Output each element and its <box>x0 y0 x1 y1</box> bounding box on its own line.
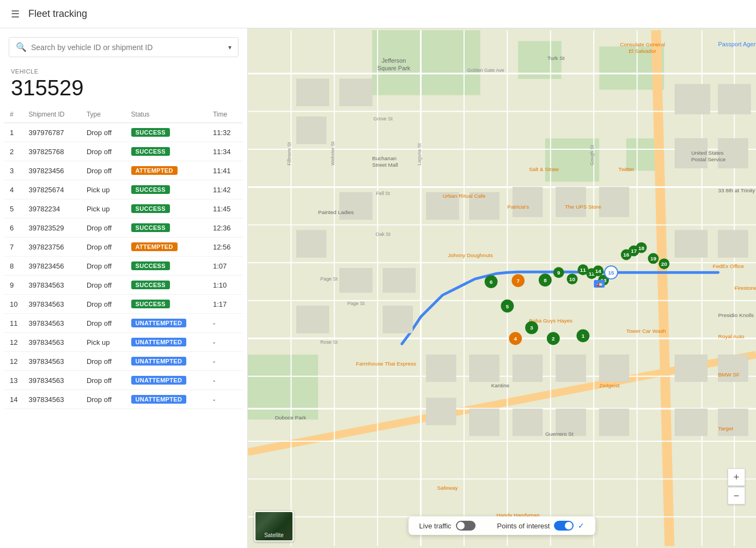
table-row[interactable]: 6 397823529 Drop off SUCCESS 12:36 <box>4 218 243 238</box>
map-background[interactable]: Jefferson Square Park Turk St Consulate … <box>248 28 756 548</box>
cell-status: SUCCESS <box>126 142 208 161</box>
table-row[interactable]: 2 397825768 Drop off SUCCESS 11:34 <box>4 142 243 161</box>
svg-rect-58 <box>513 409 542 436</box>
cell-shipment-id: 397823456 <box>23 257 81 276</box>
map-svg: Jefferson Square Park Turk St Consulate … <box>248 28 756 548</box>
svg-text:Square Park: Square Park <box>377 65 411 71</box>
svg-rect-32 <box>340 79 373 106</box>
cell-type: Drop off <box>81 295 126 314</box>
search-input[interactable] <box>31 43 224 52</box>
search-icon: 🔍 <box>16 42 27 52</box>
live-traffic-toggle[interactable] <box>456 521 475 531</box>
vehicle-section: VEHICLE 315529 <box>0 64 247 106</box>
table-row[interactable]: 3 397823456 Drop off ATTEMPTED 11:41 <box>4 161 243 180</box>
svg-text:1: 1 <box>582 333 585 339</box>
menu-icon[interactable]: ☰ <box>11 8 20 20</box>
svg-text:Buchanan: Buchanan <box>372 155 397 161</box>
map-bottom-controls: Live traffic Points of interest ✓ <box>409 516 596 535</box>
cell-type: Drop off <box>81 390 126 409</box>
status-badge: UNATTEMPTED <box>131 395 187 404</box>
status-badge: SUCCESS <box>131 300 170 308</box>
svg-text:Twitter: Twitter <box>618 166 635 172</box>
zoom-in-button[interactable]: + <box>728 468 745 486</box>
search-box[interactable]: 🔍 ▾ <box>9 37 239 57</box>
sidebar: 🔍 ▾ VEHICLE 315529 # Shipment ID Type St… <box>0 28 248 548</box>
table-row[interactable]: 11 397834563 Drop off UNATTEMPTED - <box>4 314 243 333</box>
svg-rect-52 <box>470 355 499 382</box>
table-row[interactable]: 1 397976787 Drop off SUCCESS 11:32 <box>4 123 243 142</box>
svg-text:BMW SF: BMW SF <box>718 372 740 377</box>
cell-type: Drop off <box>81 276 126 295</box>
table-row[interactable]: 5 39782234 Pick up SUCCESS 11:45 <box>4 199 243 218</box>
vehicle-label: VEHICLE <box>11 68 236 75</box>
table-row[interactable]: 7 397823756 Drop off ATTEMPTED 12:56 <box>4 238 243 257</box>
svg-rect-51 <box>426 355 456 382</box>
status-badge: UNATTEMPTED <box>131 338 187 346</box>
check-icon: ✓ <box>578 521 584 530</box>
cell-num: 12 <box>4 333 23 352</box>
vehicle-id: 315529 <box>11 76 236 100</box>
cell-shipment-id: 397834563 <box>23 333 81 352</box>
satellite-thumb[interactable]: Satellite <box>254 511 294 541</box>
cell-shipment-id: 397834563 <box>23 276 81 295</box>
svg-rect-54 <box>556 355 586 382</box>
svg-rect-64 <box>718 409 748 436</box>
points-of-interest-toggle[interactable] <box>554 521 574 531</box>
cell-num: 7 <box>4 238 23 257</box>
table-row[interactable]: 9 397834563 Drop off SUCCESS 1:10 <box>4 276 243 295</box>
svg-rect-36 <box>340 268 373 293</box>
svg-text:Duboce Park: Duboce Park <box>275 415 306 421</box>
svg-text:Passport Agency: Passport Agency <box>718 41 756 47</box>
svg-text:4: 4 <box>514 336 517 342</box>
col-time: Time <box>208 106 243 123</box>
points-of-interest-toggle-item: Points of interest ✓ <box>497 521 585 531</box>
svg-text:Farmhouse Thai Express: Farmhouse Thai Express <box>356 361 417 367</box>
svg-text:Page St: Page St <box>347 301 365 306</box>
cell-time: - <box>208 333 243 352</box>
svg-text:17: 17 <box>631 248 637 254</box>
status-badge: ATTEMPTED <box>131 166 178 175</box>
svg-text:Golden Gate Ave: Golden Gate Ave <box>467 68 504 73</box>
table-row[interactable]: 10 397834563 Drop off SUCCESS 1:17 <box>4 295 243 314</box>
points-of-interest-label: Points of interest <box>497 522 550 530</box>
svg-text:Gough St: Gough St <box>589 144 595 165</box>
svg-rect-42 <box>513 187 542 217</box>
svg-text:Target: Target <box>718 425 734 431</box>
table-row[interactable]: 13 397834563 Drop off UNATTEMPTED - <box>4 371 243 390</box>
zoom-out-button[interactable]: − <box>728 487 745 504</box>
svg-rect-62 <box>718 355 748 382</box>
col-num: # <box>4 106 23 123</box>
svg-text:🚛: 🚛 <box>596 281 603 288</box>
svg-text:FedEx Office: FedEx Office <box>713 263 745 269</box>
cell-status: SUCCESS <box>126 276 208 295</box>
svg-text:Turk St: Turk St <box>547 55 565 61</box>
cell-status: SUCCESS <box>126 257 208 276</box>
cell-shipment-id: 397834563 <box>23 314 81 333</box>
cell-time: 1:10 <box>208 276 243 295</box>
svg-text:Consulate General: Consulate General <box>620 41 665 47</box>
cell-type: Drop off <box>81 142 126 161</box>
table-row[interactable]: 14 397834563 Drop off UNATTEMPTED - <box>4 390 243 409</box>
cell-shipment-id: 397834563 <box>23 352 81 371</box>
cell-type: Drop off <box>81 257 126 276</box>
status-badge: SUCCESS <box>131 223 170 232</box>
svg-text:Zeitgeist: Zeitgeist <box>599 382 620 388</box>
cell-time: 11:42 <box>208 180 243 199</box>
svg-text:Oak St: Oak St <box>375 232 391 237</box>
svg-text:14: 14 <box>595 268 602 274</box>
svg-text:16: 16 <box>623 252 630 258</box>
map-zoom-controls: + − <box>728 468 745 504</box>
svg-text:9: 9 <box>557 270 560 276</box>
table-row[interactable]: 4 397825674 Pick up SUCCESS 11:42 <box>4 180 243 199</box>
cell-type: Drop off <box>81 161 126 180</box>
cell-time: 12:56 <box>208 238 243 257</box>
svg-text:Street Mall: Street Mall <box>372 162 398 168</box>
table-row[interactable]: 12 397834563 Pick up UNATTEMPTED - <box>4 333 243 352</box>
svg-rect-38 <box>383 268 416 293</box>
table-row[interactable]: 8 397823456 Drop off SUCCESS 1:07 <box>4 257 243 276</box>
cell-time: 1:17 <box>208 295 243 314</box>
svg-text:Fell St: Fell St <box>376 191 390 196</box>
cell-num: 2 <box>4 142 23 161</box>
status-badge: SUCCESS <box>131 128 170 137</box>
table-row[interactable]: 12 397834563 Drop off UNATTEMPTED - <box>4 352 243 371</box>
